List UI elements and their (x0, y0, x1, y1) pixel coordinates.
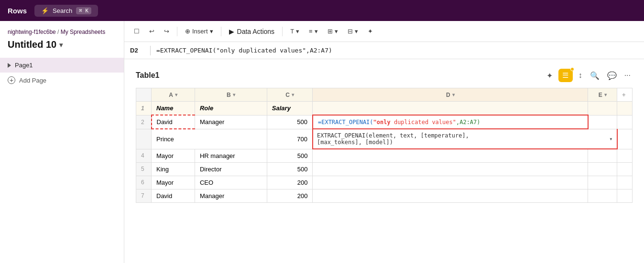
redo-button[interactable]: ↪ (160, 26, 173, 37)
col-a-header[interactable]: A ▾ (152, 88, 195, 102)
sparkle-button[interactable]: ✦ (545, 69, 555, 82)
col-c-header[interactable]: C ▾ (267, 88, 313, 102)
undo-button[interactable]: ↩ (145, 26, 158, 37)
more-button[interactable]: ··· (622, 69, 633, 82)
cell-e1[interactable] (588, 102, 617, 116)
col-d-label: D (446, 92, 450, 98)
row-num-3-ac (136, 129, 152, 149)
grid-chevron-icon: ▾ (335, 28, 338, 35)
cell-e4[interactable] (588, 149, 617, 162)
formula-range: ,A2:A7) (456, 119, 480, 126)
cell-a1[interactable]: Name (152, 102, 195, 116)
col-e-label: E (599, 92, 602, 98)
filter-active-dot (570, 67, 574, 71)
cell-b4[interactable]: HR manager (195, 149, 267, 162)
cell-a4[interactable]: Mayor (152, 149, 195, 162)
table-row: 7 David Manager 200 (136, 189, 633, 202)
data-actions-button[interactable]: ▶ Data Actions (225, 26, 279, 37)
ac-dropdown-icon: ▾ (609, 136, 612, 142)
eraser-button[interactable]: ✦ (364, 26, 377, 37)
cell-c6[interactable]: 200 (267, 176, 313, 189)
cell-c7[interactable]: 200 (267, 189, 313, 202)
cell-c1[interactable]: Salary (267, 102, 313, 116)
col-b-label: B (227, 92, 231, 98)
filter-active-button[interactable]: ☰ (558, 69, 573, 82)
cell-c3[interactable]: 700 (267, 129, 313, 149)
sidebar-item-page1[interactable]: Page1 (0, 58, 124, 73)
col-a-label: A (169, 92, 173, 98)
align-button[interactable]: ≡ ▾ (305, 26, 322, 37)
frame-icon: ☐ (134, 28, 140, 35)
cell-extra-1 (617, 102, 633, 116)
add-page-button[interactable]: + Add Page (0, 73, 124, 88)
breadcrumb-folder[interactable]: My Spreadsheets (61, 29, 105, 35)
formula-string-rest: duplicated values" (391, 119, 456, 126)
row-num-6: 6 (136, 176, 152, 189)
document-title: Untitled 10 ▾ (0, 39, 124, 58)
sort-button[interactable]: ↕ (577, 69, 584, 82)
formula-separator (150, 46, 151, 55)
col-e-chevron-icon: ▾ (604, 92, 607, 97)
table-title: Table1 (136, 71, 160, 80)
eraser-icon: ✦ (368, 28, 373, 35)
search-table-button[interactable]: 🔍 (588, 69, 601, 82)
insert-button[interactable]: ⊕ Insert ▾ (181, 26, 217, 37)
cell-e5[interactable] (588, 162, 617, 176)
cell-a3[interactable]: Prince (152, 129, 267, 149)
comment-button[interactable]: 💬 (605, 69, 619, 82)
cell-e6[interactable] (588, 176, 617, 189)
grid-button[interactable]: ⊞ ▾ (324, 26, 342, 37)
grid-icon: ⊞ (327, 28, 333, 35)
align-chevron-icon: ▾ (315, 28, 318, 35)
cell-a2[interactable]: David (152, 115, 195, 129)
search-button[interactable]: ⚡ Search ⌘ K (34, 5, 98, 17)
cell-extra-7 (617, 189, 633, 202)
layout-button[interactable]: ⊟ ▾ (344, 26, 362, 37)
cell-d2[interactable]: =EXTRACT_OPENAI("only duplicated values"… (313, 115, 588, 129)
play-icon: ▶ (229, 28, 234, 35)
add-col-button[interactable]: + (617, 88, 633, 102)
col-d-chevron-icon: ▾ (452, 92, 455, 97)
col-e-header[interactable]: E ▾ (588, 88, 617, 102)
cell-b5[interactable]: Director (195, 162, 267, 176)
table-row: 4 Mayor HR manager 500 (136, 149, 633, 162)
main-layout: nightwing-f1fec6be / My Spreadsheets Unt… (0, 21, 644, 263)
frame-button[interactable]: ☐ (130, 26, 143, 37)
table-row: 6 Mayor CEO 200 (136, 176, 633, 189)
cell-extra-2 (617, 115, 633, 129)
cell-b2[interactable]: Manager (195, 115, 267, 129)
cell-c4[interactable]: 500 (267, 149, 313, 162)
cell-c5[interactable]: 500 (267, 162, 313, 176)
cell-d1[interactable] (313, 102, 588, 116)
cell-d6[interactable] (313, 176, 588, 189)
cell-d7[interactable] (313, 189, 588, 202)
cell-reference: D2 (130, 47, 144, 54)
cell-a6[interactable]: Mayor (152, 176, 195, 189)
cell-d4[interactable] (313, 149, 588, 162)
cell-a5[interactable]: King (152, 162, 195, 176)
search-label: Search (53, 7, 72, 14)
breadcrumb-user[interactable]: nightwing-f1fec6be (8, 29, 56, 35)
spreadsheet-area: Table1 ✦ ☰ ↕ 🔍 💬 ··· (124, 59, 644, 263)
title-chevron-icon[interactable]: ▾ (59, 41, 63, 49)
col-d-header[interactable]: D ▾ (313, 88, 588, 102)
col-b-header[interactable]: B ▾ (195, 88, 267, 102)
text-format-button[interactable]: T ▾ (286, 26, 303, 37)
cell-b1[interactable]: Role (195, 102, 267, 116)
cell-a7[interactable]: David (152, 189, 195, 202)
expand-icon (8, 63, 11, 68)
cell-e2[interactable] (588, 115, 617, 129)
cell-c2[interactable]: 500 (267, 115, 313, 129)
cell-extra-3 (617, 129, 633, 149)
cell-extra-6 (617, 176, 633, 189)
cell-b6[interactable]: CEO (195, 176, 267, 189)
text-chevron-icon: ▾ (296, 28, 299, 35)
undo-icon: ↩ (149, 28, 154, 35)
table-row: 2 David Manager 500 =EXTRACT_OPENAI("onl… (136, 115, 633, 129)
add-icon: + (8, 76, 15, 84)
cell-d5[interactable] (313, 162, 588, 176)
cell-e7[interactable] (588, 189, 617, 202)
autocomplete-popup: EXTRACT_OPENAI(element, text, [temperatu… (313, 129, 617, 149)
cell-b7[interactable]: Manager (195, 189, 267, 202)
breadcrumb: nightwing-f1fec6be / My Spreadsheets (0, 29, 124, 39)
